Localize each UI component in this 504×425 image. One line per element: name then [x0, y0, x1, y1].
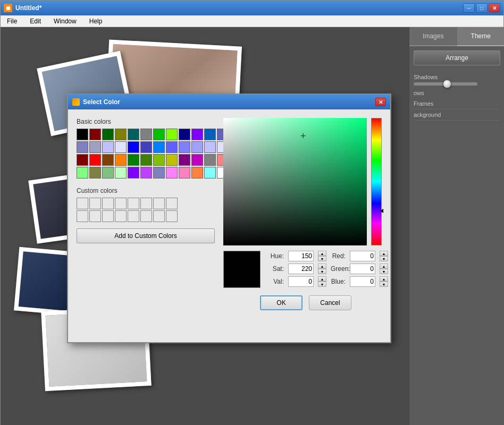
color-swatch[interactable]: [128, 167, 139, 178]
shadows-slider[interactable]: [414, 82, 477, 86]
color-swatch[interactable]: [102, 167, 114, 178]
menu-window[interactable]: Window: [52, 16, 79, 26]
custom-swatch[interactable]: [166, 198, 178, 209]
sat-down-button[interactable]: ▼: [318, 269, 326, 274]
color-swatch[interactable]: [140, 129, 152, 140]
custom-swatch[interactable]: [89, 210, 101, 222]
tab-theme[interactable]: Theme: [457, 27, 505, 46]
custom-swatch[interactable]: [77, 210, 88, 222]
menu-edit[interactable]: Edit: [28, 16, 43, 26]
color-swatch[interactable]: [128, 141, 139, 153]
color-swatch[interactable]: [191, 129, 203, 140]
color-swatch[interactable]: [166, 154, 178, 166]
close-button[interactable]: ✕: [489, 3, 500, 13]
color-swatch[interactable]: [77, 167, 88, 178]
color-swatch[interactable]: [179, 129, 190, 140]
red-input[interactable]: [350, 251, 375, 261]
custom-swatch[interactable]: [140, 210, 152, 222]
color-swatch[interactable]: [140, 141, 152, 153]
color-swatch[interactable]: [204, 154, 216, 166]
hue-down-button[interactable]: ▼: [318, 256, 326, 261]
color-swatch[interactable]: [77, 129, 88, 140]
minimize-button[interactable]: ─: [463, 3, 475, 13]
custom-swatch[interactable]: [77, 198, 88, 209]
color-swatch[interactable]: [204, 129, 216, 140]
color-swatch[interactable]: [128, 154, 139, 166]
green-down-button[interactable]: ▼: [380, 269, 388, 274]
color-swatch[interactable]: [179, 141, 190, 153]
ok-button[interactable]: OK: [260, 295, 303, 310]
color-swatch[interactable]: [115, 154, 127, 166]
maximize-button[interactable]: □: [476, 3, 488, 13]
cancel-button[interactable]: Cancel: [309, 295, 351, 310]
color-swatch[interactable]: [166, 129, 178, 140]
color-swatch[interactable]: [102, 154, 114, 166]
background-item[interactable]: ackground: [414, 109, 500, 121]
green-input[interactable]: [350, 264, 375, 274]
color-swatch[interactable]: [89, 154, 101, 166]
custom-swatch[interactable]: [102, 210, 114, 222]
blue-input[interactable]: [350, 276, 375, 287]
color-swatch[interactable]: [102, 129, 114, 140]
color-swatch[interactable]: [89, 141, 101, 153]
red-up-button[interactable]: ▲: [380, 251, 388, 256]
color-swatch[interactable]: [115, 167, 127, 178]
tab-images[interactable]: Images: [409, 27, 457, 46]
color-swatch[interactable]: [191, 141, 203, 153]
custom-swatch[interactable]: [89, 198, 101, 209]
custom-swatch[interactable]: [128, 210, 139, 222]
shadows-slider-thumb[interactable]: [443, 80, 451, 88]
color-swatch[interactable]: [153, 154, 165, 166]
color-swatch[interactable]: [204, 141, 216, 153]
val-down-button[interactable]: ▼: [318, 282, 326, 287]
color-swatch[interactable]: [179, 154, 190, 166]
color-swatch[interactable]: [89, 129, 101, 140]
color-swatch[interactable]: [153, 129, 165, 140]
hue-input[interactable]: [288, 251, 314, 261]
color-swatch[interactable]: [140, 154, 152, 166]
color-swatch[interactable]: [166, 167, 178, 178]
color-swatch[interactable]: [115, 141, 127, 153]
sat-input[interactable]: [288, 264, 314, 274]
color-swatch[interactable]: [191, 154, 203, 166]
custom-swatch[interactable]: [140, 198, 152, 209]
title-bar-left: ▣ Untitled*: [4, 4, 41, 12]
hue-bar[interactable]: [371, 118, 382, 245]
hue-up-button[interactable]: ▲: [318, 251, 326, 256]
custom-swatch[interactable]: [153, 210, 165, 222]
color-swatch[interactable]: [115, 129, 127, 140]
custom-swatch[interactable]: [153, 198, 165, 209]
color-swatch[interactable]: [191, 167, 203, 178]
color-swatch[interactable]: [102, 141, 114, 153]
blue-down-button[interactable]: ▼: [380, 282, 388, 287]
arrange-button[interactable]: Arrange: [414, 50, 500, 65]
dialog-close-button[interactable]: ✕: [375, 98, 386, 106]
color-swatch[interactable]: [77, 141, 88, 153]
red-down-button[interactable]: ▼: [380, 256, 388, 261]
custom-swatch[interactable]: [115, 198, 127, 209]
color-swatch[interactable]: [153, 141, 165, 153]
color-swatch[interactable]: [89, 167, 101, 178]
color-swatch[interactable]: [204, 167, 216, 178]
custom-swatch[interactable]: [115, 210, 127, 222]
custom-swatch[interactable]: [166, 210, 178, 222]
green-up-button[interactable]: ▲: [380, 264, 388, 269]
color-gradient-picker[interactable]: [223, 118, 367, 245]
color-swatch[interactable]: [128, 129, 139, 140]
color-swatch[interactable]: [153, 167, 165, 178]
custom-swatch[interactable]: [128, 198, 139, 209]
menu-help[interactable]: Help: [87, 16, 105, 26]
color-swatch[interactable]: [140, 167, 152, 178]
color-swatch[interactable]: [166, 141, 178, 153]
hue-control-row: Hue: ▲ ▼ Red: ▲ ▼: [269, 251, 388, 261]
menu-file[interactable]: File: [5, 16, 19, 26]
val-up-button[interactable]: ▲: [318, 276, 326, 282]
val-input[interactable]: [288, 276, 314, 287]
custom-swatch[interactable]: [102, 198, 114, 209]
add-to-custom-colors-button[interactable]: Add to Custom Colors: [77, 228, 215, 243]
sat-up-button[interactable]: ▲: [318, 264, 326, 269]
color-swatch[interactable]: [77, 154, 88, 166]
frames-item[interactable]: Frames: [414, 98, 500, 109]
blue-up-button[interactable]: ▲: [380, 276, 388, 282]
color-swatch[interactable]: [179, 167, 190, 178]
